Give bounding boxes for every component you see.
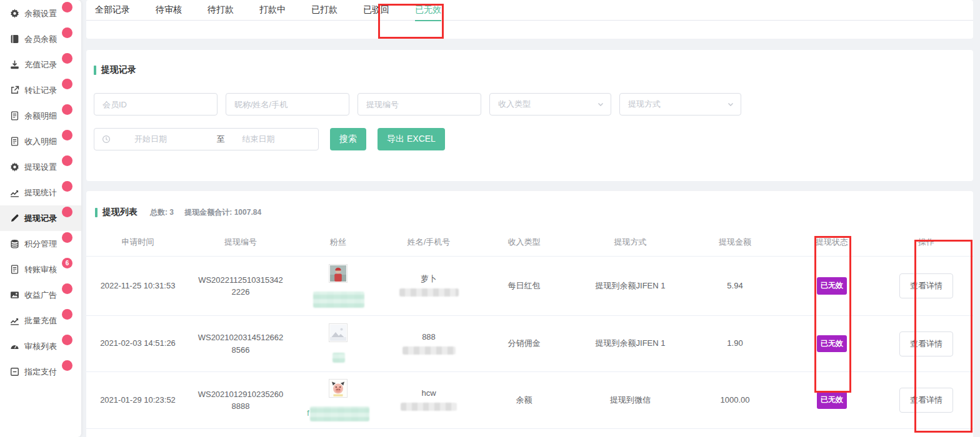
notification-badge [62, 2, 72, 12]
cell-apply-time: 2021-02-03 14:51:26 [86, 337, 189, 350]
sidebar-menu: 余额设置 会员余额 充值记录 转让记录 余额明细 收入明细 提现设置 提现统计 … [0, 1, 81, 385]
notification-badge [62, 79, 72, 89]
table-row: 2021-02-03 14:51:26 WS2021020314512662 8… [86, 316, 973, 372]
income-type-placeholder: 收入类型 [498, 99, 531, 110]
income-type-select[interactable]: 收入类型 [489, 93, 611, 115]
sidebar-item-6[interactable]: 收入明细 [0, 129, 81, 154]
notification-badge [62, 335, 72, 345]
sidebar-item-label: 提现记录 [24, 213, 57, 224]
sidebar-item-label: 余额设置 [24, 8, 57, 19]
sidebar-item-10[interactable]: 积分管理 [0, 231, 81, 257]
tab-1[interactable]: 全部记录 [95, 0, 130, 21]
notification-badge [62, 181, 72, 192]
cell-fan: f [292, 379, 384, 421]
sidebar: 余额设置 会员余额 充值记录 转让记录 余额明细 收入明细 提现设置 提现统计 … [0, 0, 81, 437]
tab-6[interactable]: 已驳回 [363, 0, 389, 21]
cell-withdraw-code: WS2022112510315342 2226 [189, 274, 292, 298]
cell-status: 已无效 [784, 277, 879, 294]
end-date-placeholder: 结束日期 [239, 134, 311, 145]
sidebar-item-label: 提现统计 [24, 187, 57, 199]
tab-5[interactable]: 已打款 [311, 0, 338, 21]
censored-nickname [313, 292, 364, 308]
cell-name-phone: 萝卜 [384, 273, 473, 299]
cell-amount: 5.94 [686, 280, 784, 293]
sidebar-item-15[interactable]: 指定支付 [0, 359, 81, 385]
external-link-icon [10, 86, 19, 95]
censored-nickname [332, 353, 345, 363]
notification-badge [62, 360, 72, 371]
censored-phone [399, 288, 459, 297]
sidebar-item-8[interactable]: 提现统计 [0, 180, 81, 205]
cell-action: 查看详情 [879, 273, 973, 298]
sidebar-item-11[interactable]: 转账审核 6 [0, 257, 81, 282]
minus-square-icon [10, 367, 19, 376]
sidebar-item-4[interactable]: 转让记录 [0, 77, 81, 103]
withdraw-code-line2: 8888 [189, 400, 292, 413]
image-icon [10, 290, 19, 300]
sidebar-item-13[interactable]: 批量充值 [0, 308, 81, 333]
search-title-text: 提现记录 [101, 64, 136, 76]
cell-fan [292, 264, 384, 308]
table-body: 2022-11-25 10:31:53 WS2022112510315342 2… [86, 257, 973, 429]
column-header: 提现状态 [784, 237, 879, 248]
cell-method: 提现到余额JIFEN 1 [575, 337, 686, 350]
notification-badge [62, 53, 72, 64]
search-button[interactable]: 搜索 [330, 128, 366, 150]
sidebar-item-label: 转账审核 [24, 264, 57, 275]
sidebar-item-label: 充值记录 [24, 59, 57, 71]
notification-badge [62, 309, 72, 320]
sidebar-item-9[interactable]: 提现记录 [0, 205, 81, 231]
view-detail-button[interactable]: 查看详情 [899, 331, 953, 356]
tab-3[interactable]: 待打款 [208, 0, 234, 21]
sidebar-item-1[interactable]: 余额设置 [0, 1, 81, 26]
document-icon [10, 137, 19, 146]
accent-bar [95, 208, 98, 217]
cell-action: 查看详情 [879, 388, 973, 413]
table-row: 2021-01-29 10:23:52 WS2021012910235260 8… [86, 372, 973, 429]
sidebar-item-label: 审核列表 [24, 341, 57, 352]
sidebar-item-14[interactable]: 审核列表 [0, 333, 81, 359]
sidebar-item-5[interactable]: 余额明细 [0, 103, 81, 129]
search-panel-title: 提现记录 [94, 50, 966, 76]
avatar-placeholder [329, 323, 348, 342]
export-excel-button[interactable]: 导出 EXCEL [378, 128, 445, 150]
cell-withdraw-code: WS2021012910235260 8888 [189, 388, 292, 413]
date-range-picker[interactable]: 开始日期 至 结束日期 [94, 128, 319, 150]
sidebar-item-7[interactable]: 提现设置 [0, 154, 81, 180]
sidebar-item-3[interactable]: 充值记录 [0, 52, 81, 77]
column-header: 提现编号 [189, 237, 292, 248]
tab-2[interactable]: 待审核 [156, 0, 182, 21]
cell-status: 已无效 [784, 335, 879, 352]
table-row: 2022-11-25 10:31:53 WS2022112510315342 2… [86, 257, 973, 316]
tab-7[interactable]: 已无效 [415, 0, 441, 21]
method-select[interactable]: 提现方式 [619, 93, 741, 115]
cell-withdraw-code: WS2021020314512662 8566 [189, 331, 292, 356]
withdraw-list-panel: 提现列表 总数: 3 提现金额合计: 1007.84 申请时间提现编号粉丝姓名/… [86, 191, 973, 437]
notification-badge [62, 155, 72, 166]
tab-4[interactable]: 打款中 [259, 0, 286, 21]
total-count: 总数: 3 [150, 208, 174, 217]
withdraw-no-input[interactable] [358, 93, 481, 115]
column-header: 姓名/手机号 [384, 237, 473, 248]
view-detail-button[interactable]: 查看详情 [899, 388, 953, 413]
member-id-input[interactable] [94, 93, 218, 115]
gear-icon [10, 9, 19, 18]
sidebar-item-label: 批量充值 [24, 315, 57, 327]
book-icon [10, 34, 19, 44]
cell-income-type: 余额 [473, 394, 575, 407]
sidebar-item-label: 收益广告 [24, 290, 57, 301]
column-header: 收入类型 [473, 237, 575, 248]
cell-method: 提现到余额JIFEN 1 [575, 280, 686, 293]
notification-badge [62, 207, 72, 217]
fan-nickname-prefix: f [307, 409, 309, 418]
sidebar-item-2[interactable]: 会员余额 [0, 26, 81, 52]
view-detail-button[interactable]: 查看详情 [899, 273, 953, 298]
status-badge: 已无效 [817, 335, 847, 352]
withdraw-code-line2: 2226 [189, 286, 292, 298]
chart-icon [10, 188, 19, 197]
main-content: 全部记录待审核待打款打款中已打款已驳回已无效 提现记录 收入类型 提现方式 [86, 0, 973, 437]
column-header: 操作 [879, 237, 973, 248]
nickname-input[interactable] [226, 93, 349, 115]
sidebar-item-12[interactable]: 收益广告 [0, 282, 81, 308]
method-placeholder: 提现方式 [628, 99, 661, 110]
